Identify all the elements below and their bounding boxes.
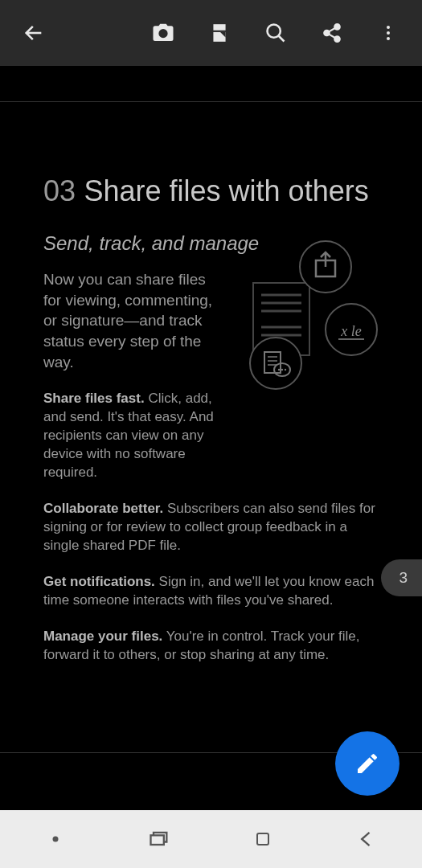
nav-back-button[interactable] — [342, 823, 391, 855]
svg-point-5 — [268, 25, 281, 38]
svg-line-10 — [329, 28, 335, 31]
svg-line-11 — [329, 35, 335, 38]
svg-point-34 — [281, 369, 283, 371]
edit-fab-button[interactable] — [335, 731, 399, 796]
section-intro: Now you can share files for viewing, com… — [43, 269, 220, 372]
feature-title: Get notifications. — [43, 574, 155, 589]
svg-point-1 — [161, 31, 166, 36]
section-heading: 03 Share files with others — [43, 174, 379, 208]
svg-point-7 — [334, 24, 340, 30]
feature-title: Share files fast. — [43, 391, 145, 406]
svg-point-8 — [324, 31, 330, 36]
feature-manage: Manage your files. You're in control. Tr… — [43, 628, 379, 665]
svg-point-35 — [285, 369, 286, 371]
edit-icon — [354, 751, 380, 776]
document-icon[interactable] — [200, 14, 239, 52]
back-button[interactable] — [14, 14, 53, 52]
feature-title: Collaborate better. — [43, 501, 163, 516]
feature-collaborate: Collaborate better. Subscribers can also… — [43, 500, 379, 555]
share-icon[interactable] — [313, 14, 351, 52]
svg-point-12 — [387, 26, 390, 29]
svg-text:x le: x le — [340, 323, 361, 339]
section-number: 03 — [43, 174, 76, 207]
overflow-menu-icon[interactable] — [369, 14, 408, 52]
nav-recents-button[interactable] — [135, 823, 183, 855]
svg-rect-37 — [151, 835, 164, 845]
svg-point-14 — [387, 37, 390, 40]
svg-point-9 — [334, 36, 340, 42]
nav-home-button[interactable] — [239, 823, 287, 855]
svg-rect-2 — [213, 24, 225, 31]
top-toolbar — [0, 0, 422, 66]
feature-notifications: Get notifications. Sign in, and we'll le… — [43, 573, 379, 610]
svg-point-27 — [250, 338, 301, 389]
svg-line-6 — [279, 36, 285, 42]
feature-title: Manage your files. — [43, 628, 162, 644]
svg-point-36 — [53, 837, 59, 842]
svg-point-13 — [387, 31, 390, 35]
document-content[interactable]: x le 03 Share files with others Send, tr… — [0, 66, 422, 810]
section-03: x le 03 Share files with others Send, tr… — [0, 102, 422, 696]
svg-rect-38 — [257, 833, 268, 845]
page-indicator: 3 — [381, 559, 422, 596]
system-nav-bar — [0, 810, 422, 868]
nav-recent-dot[interactable] — [31, 823, 80, 855]
feature-share-fast: Share files fast. Click, add, and send. … — [43, 390, 228, 482]
svg-point-33 — [278, 369, 280, 371]
camera-icon[interactable] — [144, 14, 182, 52]
section-title: Share files with others — [84, 174, 369, 207]
share-illustration: x le — [237, 235, 382, 395]
search-icon[interactable] — [256, 14, 295, 52]
